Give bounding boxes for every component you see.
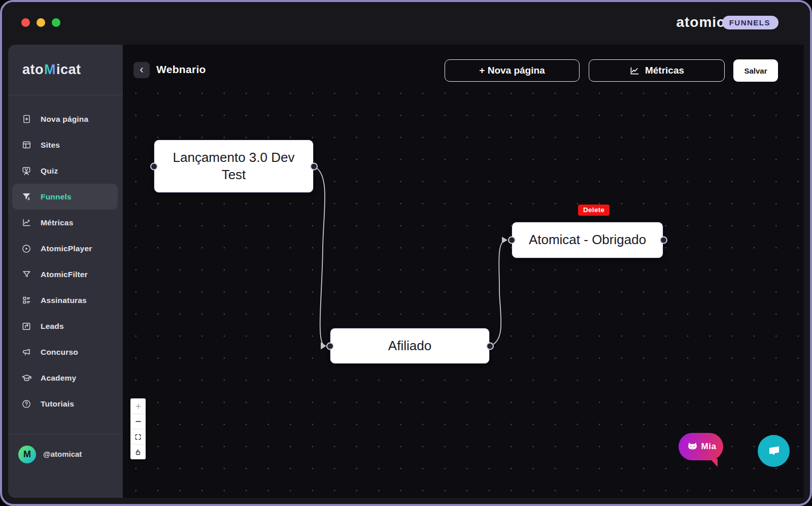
funnel-title: Webnario xyxy=(156,63,206,76)
flow-canvas[interactable]: Lançamento 3.0 Dev Test Delete Atomicat … xyxy=(123,45,804,498)
sidebar-item-metricas[interactable]: Métricas xyxy=(12,210,118,235)
minimize-window-button[interactable] xyxy=(37,18,45,27)
sidebar-menu: Nova página Sites Quiz $ Funnels xyxy=(12,106,118,417)
sidebar-user[interactable]: M @atomicat xyxy=(8,434,123,498)
flow-node-obrigado[interactable]: Delete Atomicat - Obrigado xyxy=(512,222,663,258)
save-button[interactable]: Salvar xyxy=(733,59,778,82)
zoom-out-button[interactable] xyxy=(130,414,146,429)
sidebar-item-atomicfilter[interactable]: AtomicFilter xyxy=(12,261,118,287)
plus-icon xyxy=(134,402,142,410)
sidebar-item-leads[interactable]: Leads xyxy=(12,313,118,339)
atomicat-logo: atoMicat xyxy=(8,45,123,95)
close-window-button[interactable] xyxy=(21,18,30,27)
help-circle-icon xyxy=(21,398,32,410)
sidebar-item-sites[interactable]: Sites xyxy=(12,132,118,158)
quiz-screen-icon xyxy=(21,165,32,177)
filter-icon xyxy=(21,269,32,280)
zoom-in-button[interactable] xyxy=(130,398,146,414)
chevron-left-icon xyxy=(138,66,146,74)
atomic-funnels-logo: atomic FUNNELS xyxy=(676,14,779,30)
node-handle-right[interactable] xyxy=(310,162,318,170)
svg-text:$: $ xyxy=(27,197,29,201)
mia-assistant-button[interactable]: Mia xyxy=(679,433,723,460)
fullscreen-window-button[interactable] xyxy=(52,18,60,27)
megaphone-icon xyxy=(21,347,32,358)
wallet-icon xyxy=(21,321,32,332)
node-handle-left[interactable] xyxy=(150,162,158,170)
chat-widget-button[interactable] xyxy=(758,435,790,467)
atomic-logo-text: atomic xyxy=(676,14,725,30)
mia-label: Mia xyxy=(701,442,717,452)
back-button[interactable] xyxy=(133,62,150,78)
fit-view-button[interactable] xyxy=(130,429,146,444)
canvas-header: Webnario + Nova página Métricas Salvar xyxy=(123,45,804,90)
sidebar-item-assinaturas[interactable]: Assinaturas xyxy=(12,287,118,313)
canvas-controls xyxy=(130,398,146,459)
cat-face-icon xyxy=(686,440,699,454)
sidebar-item-academy[interactable]: Academy xyxy=(12,365,118,391)
chat-bubble-icon xyxy=(766,443,782,459)
user-handle: @atomicat xyxy=(43,450,82,458)
app-window: atomic FUNNELS atoMicat Nova página Site… xyxy=(0,0,812,506)
sidebar-item-quiz[interactable]: Quiz xyxy=(12,158,118,184)
flow-node-afiliado[interactable]: Afiliado xyxy=(330,328,490,364)
avatar: M xyxy=(18,446,36,463)
sidebar-item-nova-pagina[interactable]: Nova página xyxy=(12,106,118,132)
node-label: Atomicat - Obrigado xyxy=(520,231,655,249)
node-handle-left[interactable] xyxy=(508,237,516,244)
file-plus-icon xyxy=(21,114,32,125)
delete-button[interactable]: Delete xyxy=(578,205,610,216)
sidebar-item-tutoriais[interactable]: Tutoriais xyxy=(12,391,118,417)
browser-layout-icon xyxy=(21,140,32,151)
lock-button[interactable] xyxy=(130,444,146,459)
flow-node-lancamento[interactable]: Lançamento 3.0 Dev Test xyxy=(154,140,314,193)
funnel-dollar-icon: $ xyxy=(21,191,32,203)
new-page-button[interactable]: + Nova página xyxy=(445,59,580,82)
graduation-cap-icon xyxy=(21,373,32,384)
funnels-badge: FUNNELS xyxy=(722,16,779,29)
sidebar-item-concurso[interactable]: Concurso xyxy=(12,339,118,365)
node-label: Lançamento 3.0 Dev Test xyxy=(154,149,313,184)
sidebar: atoMicat Nova página Sites Quiz xyxy=(8,45,123,498)
titlebar: atomic FUNNELS xyxy=(2,2,810,45)
list-checks-icon xyxy=(21,295,32,306)
node-handle-right[interactable] xyxy=(660,237,667,244)
chart-line-icon xyxy=(21,217,32,228)
node-handle-left[interactable] xyxy=(326,342,334,350)
node-handle-right[interactable] xyxy=(486,342,494,350)
node-label: Afiliado xyxy=(379,338,441,355)
metrics-button[interactable]: Métricas xyxy=(589,59,725,82)
lock-open-icon xyxy=(134,449,142,456)
sidebar-item-atomicplayer[interactable]: AtomicPlayer xyxy=(12,235,118,261)
minus-icon xyxy=(134,418,142,425)
play-circle-icon xyxy=(21,243,32,254)
chart-line-icon xyxy=(629,65,640,76)
logo-gradient-m: M xyxy=(44,62,56,78)
fit-view-icon xyxy=(134,433,142,441)
sidebar-item-funnels[interactable]: $ Funnels xyxy=(12,184,118,210)
